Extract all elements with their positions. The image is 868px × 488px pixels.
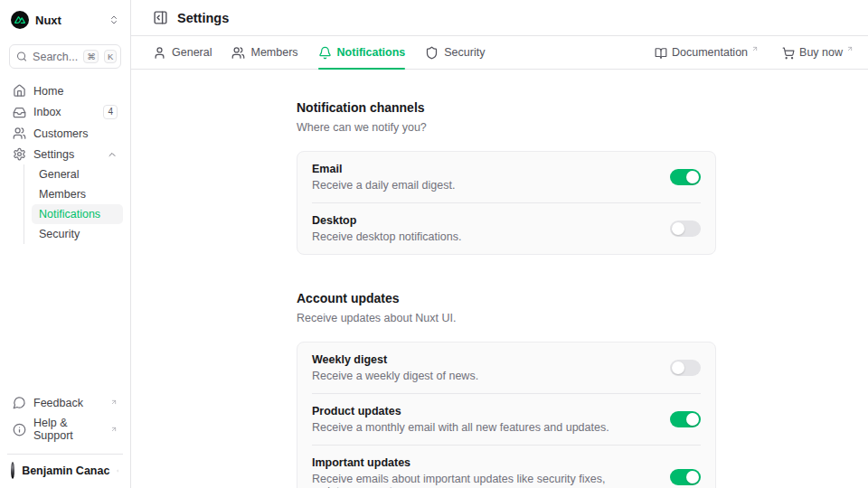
chevrons-up-down-icon (117, 465, 119, 476)
tab-label: Security (444, 46, 485, 59)
app-window: Nuxt Search... ⌘ K Home Inbox 4 Customer… (0, 0, 868, 488)
workspace-switcher[interactable]: Nuxt (7, 9, 123, 31)
bell-icon (318, 46, 332, 60)
sidebar-nav: Home Inbox 4 Customers Settings General (7, 80, 123, 244)
setting-row-weekly-digest: Weekly digest Receive a weekly digest of… (297, 343, 715, 393)
toggle-knob (672, 361, 684, 374)
inbox-icon (13, 106, 26, 119)
chat-bubble-icon (13, 396, 26, 409)
setting-title: Weekly digest (312, 353, 656, 366)
tab-notifications[interactable]: Notifications (318, 36, 406, 69)
shield-icon (425, 46, 439, 60)
section-subtitle: Where can we notify you? (297, 121, 716, 134)
important-updates-toggle[interactable] (670, 469, 701, 485)
sidebar-item-label: Home (33, 85, 118, 98)
setting-text: Product updates Receive a monthly email … (312, 405, 656, 434)
setting-description: Receive emails about important updates l… (312, 473, 656, 488)
documentation-button[interactable]: Documentation (653, 42, 760, 63)
users-icon (13, 127, 26, 140)
setting-row-product-updates: Product updates Receive a monthly email … (297, 394, 715, 445)
weekly-digest-toggle[interactable] (670, 360, 701, 376)
sidebar-item-settings-general[interactable]: General (32, 164, 123, 184)
sidebar-spacer (7, 244, 123, 380)
sidebar-item-help-support[interactable]: Help & Support (7, 413, 123, 446)
section-subtitle: Receive updates about Nuxt UI. (297, 312, 716, 324)
external-link-icon (751, 45, 759, 52)
sidebar-item-feedback[interactable]: Feedback (7, 392, 123, 413)
setting-text: Important updates Receive emails about i… (312, 456, 656, 488)
documentation-label: Documentation (672, 46, 748, 59)
search-placeholder: Search... (33, 51, 78, 63)
setting-title: Desktop (312, 214, 656, 227)
sidebar-item-label: Settings (33, 148, 99, 161)
nuxt-logo-icon (11, 11, 29, 29)
search-input[interactable]: Search... ⌘ K (9, 44, 121, 69)
buy-now-button[interactable]: Buy now (780, 42, 855, 63)
avatar (11, 462, 14, 479)
notification-channels-card: Email Receive a daily email digest. Desk… (297, 151, 716, 255)
toggle-knob (672, 222, 684, 235)
sidebar-item-settings-members[interactable]: Members (32, 184, 123, 204)
user-menu[interactable]: Benjamin Canac (7, 454, 123, 481)
user-name: Benjamin Canac (22, 465, 109, 477)
setting-title: Product updates (312, 405, 656, 418)
sidebar-item-home[interactable]: Home (7, 80, 123, 101)
setting-title: Important updates (312, 456, 656, 469)
toggle-knob (686, 471, 699, 483)
tab-security[interactable]: Security (425, 36, 485, 69)
page-header: Settings (131, 0, 868, 36)
setting-row-important-updates: Important updates Receive emails about i… (297, 446, 715, 488)
sidebar-item-label: Members (39, 188, 116, 201)
sidebar-footer-nav: Feedback Help & Support (7, 392, 123, 446)
book-open-icon (655, 47, 667, 60)
gear-icon (13, 147, 26, 161)
user-icon (153, 46, 166, 60)
sidebar-item-label: Security (39, 228, 116, 240)
tab-label: Members (250, 46, 297, 59)
tab-label: Notifications (337, 46, 406, 59)
sidebar-item-label: Help & Support (33, 417, 108, 442)
sidebar-item-settings[interactable]: Settings (7, 144, 123, 164)
product-updates-toggle[interactable] (670, 411, 701, 427)
setting-text: Desktop Receive desktop notifications. (312, 214, 656, 243)
kbd-k: K (104, 50, 117, 63)
setting-title: Email (312, 163, 656, 175)
sidebar-item-label: Customers (33, 127, 118, 140)
sidebar-item-settings-notifications[interactable]: Notifications (32, 204, 123, 224)
setting-row-desktop: Desktop Receive desktop notifications. (297, 203, 715, 254)
setting-text: Email Receive a daily email digest. (312, 163, 656, 192)
page-title: Settings (177, 11, 229, 25)
external-link-icon (110, 426, 118, 433)
setting-description: Receive a daily email digest. (312, 179, 656, 192)
settings-subnav: General Members Notifications Security (24, 164, 123, 244)
sidebar-item-label: Inbox (33, 106, 96, 118)
main-panel: Settings General Members Notifications S… (131, 0, 868, 488)
chevrons-up-down-icon (108, 14, 119, 25)
notification-channels-section: Notification channels Where can we notif… (297, 100, 716, 255)
sidebar: Nuxt Search... ⌘ K Home Inbox 4 Customer… (0, 0, 131, 488)
account-updates-section: Account updates Receive updates about Nu… (297, 291, 716, 488)
info-circle-icon (13, 423, 26, 436)
users-icon (231, 46, 245, 60)
setting-description: Receive a weekly digest of news. (312, 370, 656, 382)
sidebar-item-inbox[interactable]: Inbox 4 (7, 101, 123, 123)
desktop-toggle[interactable] (670, 221, 701, 237)
inbox-count-badge: 4 (103, 105, 118, 119)
home-icon (13, 84, 26, 98)
sidebar-item-customers[interactable]: Customers (7, 123, 123, 144)
collapse-sidebar-icon[interactable] (153, 10, 168, 25)
sidebar-item-settings-security[interactable]: Security (32, 224, 123, 244)
email-toggle[interactable] (670, 169, 701, 185)
tab-label: General (172, 46, 212, 59)
setting-row-email: Email Receive a daily email digest. (297, 152, 715, 202)
tab-general[interactable]: General (153, 36, 212, 69)
kbd-meta: ⌘ (83, 50, 99, 63)
shopping-cart-icon (782, 47, 795, 60)
workspace-name: Nuxt (35, 14, 102, 27)
setting-description: Receive desktop notifications. (312, 230, 656, 243)
external-link-icon (846, 45, 854, 52)
account-updates-card: Weekly digest Receive a weekly digest of… (297, 342, 716, 488)
section-title: Account updates (297, 291, 716, 305)
tab-members[interactable]: Members (231, 36, 297, 69)
search-icon (16, 51, 27, 62)
